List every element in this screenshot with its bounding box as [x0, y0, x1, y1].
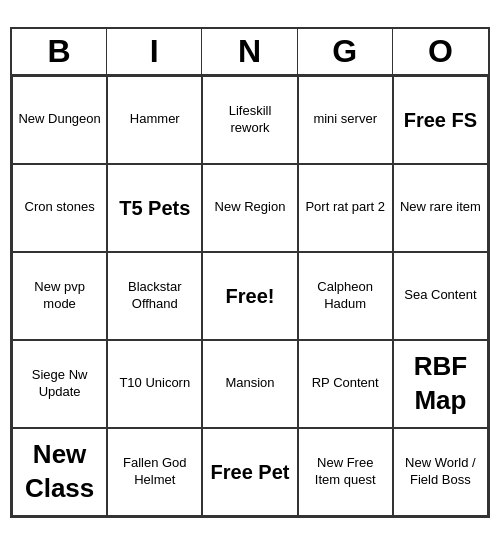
- bingo-cell-17: Mansion: [202, 340, 297, 428]
- bingo-cell-19: RBF Map: [393, 340, 488, 428]
- bingo-cell-20: New Class: [12, 428, 107, 516]
- bingo-cell-13: Calpheon Hadum: [298, 252, 393, 340]
- bingo-cell-3: mini server: [298, 76, 393, 164]
- bingo-cell-23: New Free Item quest: [298, 428, 393, 516]
- bingo-cell-5: Cron stones: [12, 164, 107, 252]
- bingo-cell-18: RP Content: [298, 340, 393, 428]
- bingo-cell-15: Siege Nw Update: [12, 340, 107, 428]
- header-letter-I: I: [107, 29, 202, 74]
- bingo-cell-6: T5 Pets: [107, 164, 202, 252]
- bingo-cell-24: New World / Field Boss: [393, 428, 488, 516]
- bingo-header: BINGO: [12, 29, 488, 76]
- bingo-cell-22: Free Pet: [202, 428, 297, 516]
- bingo-cell-9: New rare item: [393, 164, 488, 252]
- header-letter-O: O: [393, 29, 488, 74]
- bingo-cell-11: Blackstar Offhand: [107, 252, 202, 340]
- bingo-card: BINGO New DungeonHammerLifeskill reworkm…: [10, 27, 490, 518]
- bingo-cell-4: Free FS: [393, 76, 488, 164]
- bingo-cell-12: Free!: [202, 252, 297, 340]
- bingo-cell-16: T10 Unicorn: [107, 340, 202, 428]
- bingo-cell-14: Sea Content: [393, 252, 488, 340]
- bingo-cell-0: New Dungeon: [12, 76, 107, 164]
- bingo-cell-21: Fallen God Helmet: [107, 428, 202, 516]
- bingo-cell-1: Hammer: [107, 76, 202, 164]
- bingo-grid: New DungeonHammerLifeskill reworkmini se…: [12, 76, 488, 516]
- bingo-cell-10: New pvp mode: [12, 252, 107, 340]
- bingo-cell-7: New Region: [202, 164, 297, 252]
- bingo-cell-8: Port rat part 2: [298, 164, 393, 252]
- header-letter-G: G: [298, 29, 393, 74]
- header-letter-B: B: [12, 29, 107, 74]
- bingo-cell-2: Lifeskill rework: [202, 76, 297, 164]
- header-letter-N: N: [202, 29, 297, 74]
